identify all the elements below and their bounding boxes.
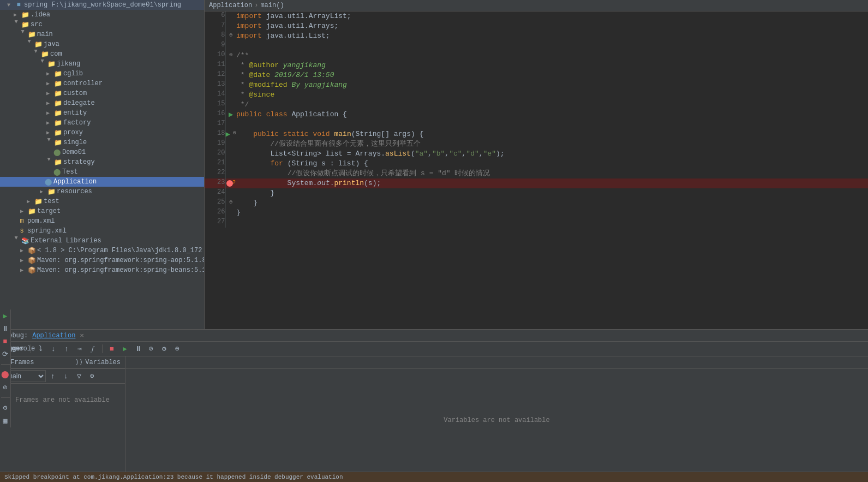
run-class-icon: ⬤ <box>52 148 61 157</box>
run-arrow-icon[interactable]: ▶ <box>229 110 233 119</box>
editor-content[interactable]: 6 import java.util.ArrayList; 7 import j… <box>205 11 868 329</box>
fold-icon[interactable]: ⊖ <box>229 52 232 58</box>
vars-icon: ⟩⟩ <box>75 358 83 366</box>
frames-filter-button[interactable]: ▽ <box>73 370 85 382</box>
frames-add-button[interactable]: ⊕ <box>86 370 98 382</box>
stop-side-icon[interactable]: ■ <box>3 337 8 346</box>
sidebar-item-strategy[interactable]: ▶ 📁 strategy <box>0 157 204 167</box>
sidebar-item-resources[interactable]: ▶ 📁 resources <box>0 187 204 197</box>
sidebar-item-java[interactable]: ▶ 📁 java <box>0 39 204 49</box>
sidebar-item-jikang[interactable]: ▶ 📁 jikang <box>0 59 204 69</box>
sidebar-item-test[interactable]: ⬤ Test <box>0 167 204 177</box>
resume-button[interactable]: ▶ <box>119 343 131 355</box>
variables-not-available-text: Variables are not available <box>444 416 549 424</box>
comment: //假设你做断点调试的时候，只希望看到 s = "d" 时候的情况 <box>288 169 490 177</box>
table-row: 10 ⊖ /** <box>205 51 868 61</box>
table-row: 16 ▶ public class Application { <box>205 110 868 120</box>
sidebar-item-controller[interactable]: ▶ 📁 controller <box>0 79 204 88</box>
sidebar-item-single[interactable]: ▶ 📁 single <box>0 138 204 147</box>
stop-button[interactable]: ■ <box>106 343 118 355</box>
idea-label: .idea <box>31 11 50 19</box>
sidebar-item-idea[interactable]: ▶ 📁 .idea <box>0 10 204 20</box>
demo01-label: Demo01 <box>62 148 86 156</box>
sidebar-item-demo01[interactable]: ⬤ Demo01 <box>0 147 204 157</box>
sidebar-item-entity[interactable]: ▶ 📁 entity <box>0 108 204 118</box>
test-label: Test <box>62 168 78 176</box>
expand-arrow-icon: ▶ <box>24 40 33 49</box>
sidebar-item-maven-beans[interactable]: ▶ 📦 Maven: org.springframework:spring-be… <box>0 265 204 275</box>
sidebar-item-cglib[interactable]: ▶ 📁 cglib <box>0 69 204 79</box>
string-literal: "d" <box>466 150 478 158</box>
frames-down-button[interactable]: ↓ <box>60 370 72 382</box>
sidebar-item-test-folder[interactable]: ▶ 📁 test <box>0 197 204 206</box>
sidebar-item-spring-root[interactable]: ▼ ■ spring F:\jikang_workSpace_dome01\sp… <box>0 0 204 10</box>
rerun-side-icon[interactable]: ⟳ <box>2 350 8 359</box>
sidebar-item-delegate[interactable]: ▶ 📁 delegate <box>0 98 204 108</box>
pause-side-icon[interactable]: ⏸ <box>2 325 9 333</box>
divider <box>1 364 10 365</box>
springxml-label: spring.xml <box>27 227 67 235</box>
sidebar-item-springxml[interactable]: s spring.xml <box>0 226 204 236</box>
expand-arrow-icon: ▶ <box>37 187 46 196</box>
step-into-button[interactable]: ↓ <box>47 343 59 355</box>
expand-arrow-icon: ▼ <box>4 1 13 9</box>
pause-button[interactable]: ⏸ <box>132 343 144 355</box>
line-num: 21 <box>205 159 225 169</box>
run-arrow-icon[interactable]: ▶ <box>226 129 230 139</box>
sidebar-item-factory[interactable]: ▶ 📁 factory <box>0 118 204 128</box>
code-line: System.out.println(s); <box>236 178 868 188</box>
sidebar-item-com[interactable]: ▶ 📁 com <box>0 49 204 59</box>
sidebar-item-main[interactable]: ▶ 📁 main <box>0 29 204 39</box>
resume-side-icon[interactable]: ▶ <box>3 312 8 320</box>
table-row: 11 * @author yangjikang <box>205 61 868 70</box>
line-num: 26 <box>205 208 225 218</box>
jdk18-label: < 1.8 > C:\Program Files\Java\jdk1.8.0_1… <box>37 247 202 254</box>
step-out-button[interactable]: ↑ <box>61 343 73 355</box>
line-gutter: ⊖ <box>225 31 236 41</box>
fold-icon[interactable]: ⊖ <box>233 129 236 136</box>
frames-toolbar: main ↑ ↓ ▽ ⊕ <box>0 369 125 384</box>
layout-side-icon[interactable]: ▦ <box>3 416 8 425</box>
frames-up-button[interactable]: ↑ <box>47 370 59 382</box>
code-line: */ <box>236 100 868 110</box>
settings-button[interactable]: ⚙ <box>158 343 170 355</box>
line-gutter: ? <box>225 178 236 188</box>
debug-side-icons <box>0 434 11 438</box>
mute-side-icon[interactable]: ⊘ <box>3 383 8 392</box>
breakpoints-side-icon[interactable]: ⬤ <box>1 370 9 379</box>
console-tab[interactable]: Console <box>15 343 27 355</box>
add-button[interactable]: ⊕ <box>171 343 183 355</box>
line-num: 11 <box>205 61 225 70</box>
code-line: * @modified By yangjikang <box>236 80 868 90</box>
step-over-button[interactable]: ⤵ <box>34 343 46 355</box>
sidebar-item-custom[interactable]: ▶ 📁 custom <box>0 88 204 98</box>
folder-icon: 📁 <box>40 50 49 58</box>
sidebar-item-pom[interactable]: m pom.xml <box>0 216 204 226</box>
mute-breakpoints-button[interactable]: ⊘ <box>145 343 157 355</box>
code-line: import java.util.Arrays; <box>236 21 868 31</box>
keyword: public <box>253 130 279 138</box>
code-text: java.util.Arrays; <box>266 22 339 30</box>
table-row: 12 * @date 2019/8/1 13:50 <box>205 70 868 80</box>
code-text: List<String> list = Arrays. <box>270 150 385 158</box>
sidebar-item-proxy[interactable]: ▶ 📁 proxy <box>0 128 204 138</box>
expand-arrow-icon: ▶ <box>17 30 26 39</box>
close-debug-tab-button[interactable]: ✕ <box>80 331 83 340</box>
sidebar-item-ext-libs[interactable]: ▶ 📚 External Libraries <box>0 236 204 246</box>
run-to-cursor-button[interactable]: ⇥ <box>74 343 86 355</box>
sidebar-item-application[interactable]: ⬤ Application <box>0 177 204 187</box>
breakpoint-icon[interactable] <box>226 180 233 187</box>
sidebar-item-target[interactable]: ▶ 📁 target <box>0 206 204 216</box>
fold-icon[interactable]: ⊖ <box>229 32 232 38</box>
debug-app-tab[interactable]: Application <box>32 332 75 340</box>
expand-arrow-icon: ▶ <box>44 109 52 117</box>
sidebar-item-src[interactable]: ▶ 📁 src <box>0 20 204 29</box>
evaluate-expression-button[interactable]: 𝑓 <box>87 343 99 355</box>
sidebar-item-jdk18[interactable]: ▶ 📦 < 1.8 > C:\Program Files\Java\jdk1.8… <box>0 246 204 255</box>
separator2 <box>102 344 103 353</box>
sidebar-item-maven-aop[interactable]: ▶ 📦 Maven: org.springframework:spring-ao… <box>0 255 204 265</box>
fold-icon[interactable]: ⊖ <box>229 199 232 205</box>
line-num: 16 <box>205 110 225 120</box>
code-text: , <box>428 150 432 158</box>
settings-side-icon[interactable]: ⚙ <box>3 403 8 412</box>
